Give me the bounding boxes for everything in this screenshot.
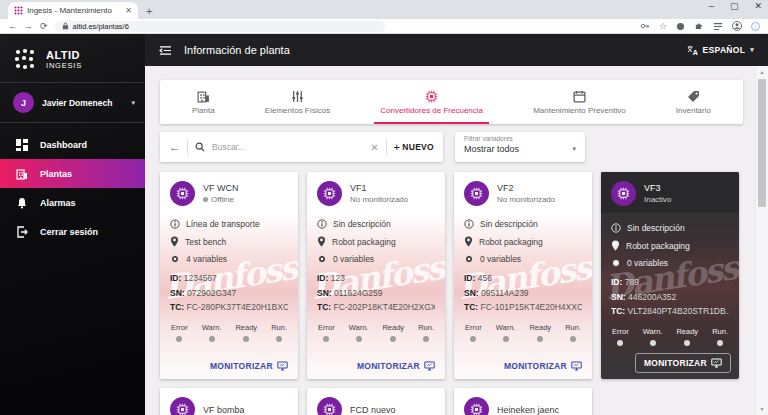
warn-indicator	[356, 336, 362, 342]
scroll-down-icon[interactable]: ▼	[756, 406, 768, 412]
ready-indicator	[537, 336, 543, 342]
chip-icon	[617, 187, 630, 200]
scroll-up-icon[interactable]: ▲	[756, 69, 768, 75]
user-menu[interactable]: J Javier Domenech ▾	[0, 83, 145, 123]
card-location: Robot packaging	[332, 237, 396, 247]
id-label: ID:	[611, 277, 622, 287]
calendar-icon	[573, 90, 586, 103]
back-arrow-icon[interactable]: ←	[169, 141, 180, 153]
chip-avatar	[170, 397, 195, 415]
app-logo: ALTID INGESIS	[0, 34, 145, 83]
window-maximize-button[interactable]: ▢	[730, 1, 739, 11]
chip-avatar	[611, 181, 636, 206]
chip-avatar	[317, 397, 342, 415]
tab-convertidores-frecuencia[interactable]: Convertidores de Frecuencia	[370, 80, 493, 124]
location-pin-icon	[464, 236, 473, 247]
back-icon[interactable]: ←	[8, 22, 17, 31]
address-bar[interactable]: altid.es/plantas/6	[55, 21, 385, 32]
chevron-down-icon: ▾	[572, 145, 576, 153]
profile-avatar-icon[interactable]	[732, 21, 742, 31]
extension-circle-icon[interactable]	[676, 22, 685, 31]
run-indicator	[570, 336, 576, 342]
language-selector[interactable]: A ESPAÑOL ▾	[687, 45, 754, 56]
id-value: 456	[478, 273, 492, 283]
tune-vertical-icon	[291, 90, 304, 103]
vf-card-partial[interactable]: Heineken jaenc	[454, 388, 592, 415]
vf-card-partial[interactable]: VF bomba	[160, 388, 298, 415]
tab-label: Elementos Físicos	[265, 106, 330, 115]
filter-select[interactable]: Filtrar variadores Mostrar todos ▾	[455, 132, 585, 162]
card-description: Línea de transporte	[186, 219, 260, 229]
tab-planta[interactable]: Planta	[182, 80, 225, 124]
sn-label: SN:	[170, 288, 185, 298]
vf-card-partial[interactable]: FCD nuevo	[307, 388, 445, 415]
status-label: Warn.	[202, 323, 222, 332]
error-indicator	[323, 336, 329, 342]
status-label: Ready	[382, 323, 404, 332]
sidebar-item-plantas[interactable]: Plantas	[0, 159, 145, 188]
info-icon	[317, 219, 327, 229]
monitor-icon	[711, 358, 722, 368]
monitorizar-button[interactable]: MONITORIZAR	[210, 361, 288, 371]
altid-logo-icon	[13, 47, 37, 71]
menu-open-icon[interactable]	[159, 45, 172, 56]
tab-elementos-fisicos[interactable]: Elementos Físicos	[255, 80, 340, 124]
browser-menu-icon[interactable]: ⋮	[751, 22, 760, 31]
sidebar-item-dashboard[interactable]: Dashboard	[0, 130, 145, 159]
search-input[interactable]	[212, 142, 363, 152]
window-minimize-button[interactable]: –	[709, 1, 714, 11]
lock-icon	[62, 22, 69, 30]
sidebar-item-alarmas[interactable]: Alarmas	[0, 188, 145, 217]
reload-icon[interactable]: ⟳	[40, 22, 48, 31]
tab-close-icon[interactable]: ✕	[125, 6, 132, 15]
id-value: 1234567	[184, 273, 217, 283]
browser-tab[interactable]: Ingesis - Mantenimiento ✕	[8, 2, 138, 19]
card-title: VF1	[350, 183, 408, 193]
tab-mantenimiento-preventivo[interactable]: Mantenimiento Preventivo	[523, 80, 636, 124]
favicon	[14, 6, 23, 15]
new-tab-button[interactable]: +	[146, 5, 152, 17]
bookmark-star-icon[interactable]: ☆	[659, 21, 667, 31]
translate-icon: A	[687, 45, 698, 56]
reading-list-icon[interactable]	[713, 22, 723, 31]
logo-subtitle: INGESIS	[46, 61, 82, 70]
chevron-down-icon: ▾	[131, 99, 135, 107]
scrollbar-thumb[interactable]	[758, 79, 766, 207]
bell-icon	[16, 197, 28, 209]
tc-value: FC-101P15KT4E20H4XXC...	[481, 302, 582, 312]
monitorizar-label: MONITORIZAR	[210, 361, 273, 371]
scrollbar[interactable]: ▲ ▼	[755, 66, 768, 415]
chip-icon	[176, 403, 189, 415]
card-variables: 0 variables	[333, 254, 374, 264]
monitorizar-label: MONITORIZAR	[644, 358, 707, 368]
info-icon	[170, 219, 180, 229]
window-close-button[interactable]: ✕	[754, 1, 762, 11]
browser-tab-strip: Ingesis - Mantenimiento ✕ + – ▢ ✕	[0, 0, 768, 19]
error-indicator	[617, 340, 623, 346]
monitorizar-button[interactable]: MONITORIZAR	[357, 361, 435, 371]
monitor-icon	[424, 361, 435, 371]
status-label: Warn.	[496, 323, 516, 332]
tab-label: Planta	[192, 106, 215, 115]
monitorizar-button[interactable]: MONITORIZAR	[504, 361, 582, 371]
status-label: Ready	[529, 323, 551, 332]
forward-icon[interactable]: →	[24, 22, 33, 31]
status-dot	[203, 197, 208, 202]
gear-icon	[170, 254, 180, 264]
chip-avatar	[464, 397, 489, 415]
new-button[interactable]: + NUEVO	[394, 141, 434, 153]
extensions-puzzle-icon[interactable]	[694, 21, 704, 31]
tab-label: Inventario	[676, 106, 711, 115]
chip-icon	[323, 187, 336, 200]
key-icon[interactable]	[640, 21, 650, 31]
tab-inventario[interactable]: Inventario	[666, 80, 721, 124]
status-label: Ready	[676, 327, 698, 336]
filter-value: Mostrar todos	[464, 144, 519, 154]
info-icon	[611, 223, 621, 233]
sidebar-item-logout[interactable]: Cerrar sesión	[0, 217, 145, 246]
clear-search-icon[interactable]: ✕	[370, 142, 378, 153]
monitorizar-button[interactable]: MONITORIZAR	[635, 353, 731, 373]
tab-label: Mantenimiento Preventivo	[533, 106, 626, 115]
user-name: Javier Domenech	[42, 98, 123, 108]
filter-label: Filtrar variadores	[464, 135, 576, 142]
